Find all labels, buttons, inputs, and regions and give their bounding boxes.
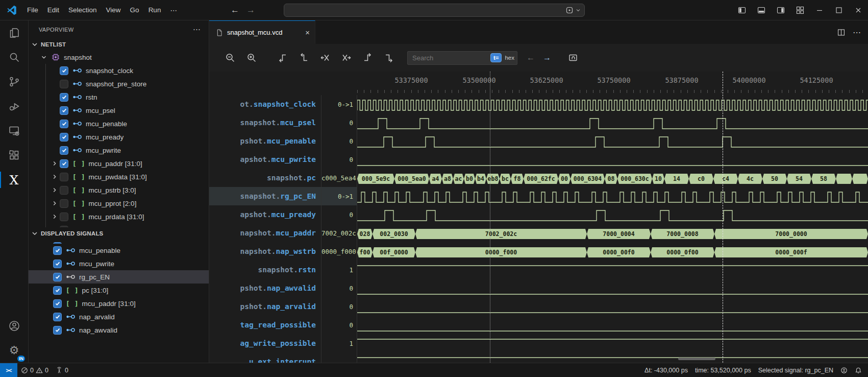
chevron-right-icon[interactable] [51,186,58,194]
displayed-item-nap_awvalid[interactable]: nap_awvalid [29,323,209,337]
checkbox[interactable] [60,173,68,181]
split-editor-icon[interactable] [837,28,846,37]
displayed-item-mcu_pwrite[interactable]: mcu_pwrite [29,257,209,270]
netlist-item-mcu_psel[interactable]: mcu_psel [46,104,209,117]
close-icon[interactable] [849,0,868,20]
toggle-secondary-sidebar-icon[interactable] [771,0,790,20]
waveform-row-mcu_pwrite[interactable] [357,150,868,169]
menu-file[interactable]: File [22,4,43,17]
waveform-search-input[interactable] [412,54,490,62]
menu-[interactable]: ⋯ [165,4,182,17]
displayed-item-clipped[interactable] [29,240,209,244]
displayed-item-mcu_penable[interactable]: mcu_penable [29,244,209,257]
checkbox[interactable] [53,286,62,295]
checkbox[interactable] [53,242,62,244]
checkbox[interactable] [60,106,68,115]
explorer-icon[interactable] [0,20,28,45]
extensions-icon[interactable] [0,143,28,168]
horizontal-scrollbar-thumb[interactable] [678,358,715,360]
menu-edit[interactable]: Edit [43,4,64,17]
chevron-right-icon[interactable] [51,200,58,207]
signal-name-tag_read_possible[interactable]: tag_read_possible [209,316,321,334]
waveform-row-pc[interactable]: 000_5e9c000_5ea0a4a8acb0b4eb8bcf8000_62f… [357,169,868,187]
back-arrow-icon[interactable]: ← [231,5,239,15]
remote-explorer-icon[interactable] [0,119,28,143]
command-center-side[interactable] [565,6,581,14]
displayed-item-mcu_paddr[interactable]: [ ]mcu_paddr [31:0] [29,297,209,310]
signal-name-mcu_pready[interactable]: apshot.mcu_pready [209,205,321,224]
chevron-right-icon[interactable] [51,160,58,167]
waveform-search-box[interactable]: t= hex [407,51,517,65]
forward-arrow-icon[interactable]: → [246,5,255,15]
waveform-row-nap_awvalid[interactable] [357,279,868,297]
checkbox[interactable] [60,80,68,88]
ports-status[interactable]: 0 [52,363,72,377]
waveform-row-snapshot_clock[interactable] [357,95,868,113]
hex-format-button[interactable]: hex [505,55,514,61]
sidebar-more-icon[interactable]: ⋯ [193,25,201,34]
menu-selection[interactable]: Selection [64,4,102,17]
chevron-down-icon[interactable] [40,54,47,61]
signal-name-nap_wstrb[interactable]: napshot.nap_wstrb [209,242,321,261]
selected-signal-status[interactable]: Selected signal: rg_pc_EN [755,367,837,374]
timeline-ruler[interactable]: 5337500053500000536250005375000053875000… [209,72,868,95]
editor-more-icon[interactable]: ⋯ [853,28,861,37]
waveform-row-rstn[interactable] [357,261,868,279]
customize-layout-icon[interactable] [790,0,810,20]
signal-name-snapshot_clock[interactable]: ot.snapshot_clock [209,95,321,113]
netlist-section-header[interactable]: NETLIST [29,38,209,51]
netlist-item-mcu_prdata[interactable]: [ ]mcu_prdata [31:0] [46,210,209,223]
run-debug-icon[interactable] [0,94,28,119]
signal-name-pc[interactable]: snapshot.pc [209,169,321,187]
capture-view-icon[interactable] [564,50,582,65]
minimize-icon[interactable] [810,0,829,20]
toggle-panel-icon[interactable] [752,0,771,20]
delta-time-status[interactable]: Δt: -430,000 ps [641,367,691,374]
checkbox[interactable] [53,246,62,255]
displayed-item-rg_pc_EN[interactable]: rg_pc_EN [29,270,209,284]
netlist-item-mcu_paddr[interactable]: [ ]mcu_paddr [31:0] [46,157,209,170]
find-next-icon[interactable]: → [543,53,551,62]
chevron-right-icon[interactable] [51,173,58,180]
signal-name-nap_awvalid[interactable]: pshot.nap_awvalid [209,279,321,297]
netlist-item-rstn[interactable]: rstn [46,90,209,104]
menu-go[interactable]: Go [126,4,144,17]
command-center-search[interactable] [284,4,585,17]
settings-gear-icon[interactable]: ⚙IN [0,338,28,363]
waveform-row-nap_wstrb[interactable]: f0000f_00000000_f0000000_00f00000_0f0000… [357,242,868,261]
tab-snapshot-mcu-vcd[interactable]: snapshot_mcu.vcd × [209,20,315,44]
waveform-canvas[interactable]: 000_5e9c000_5ea0a4a8acb0b4eb8bcf8000_62f… [357,95,868,363]
prev-transition-icon[interactable] [316,50,334,65]
waveform-row-rg_pc_EN[interactable] [357,187,868,205]
signal-name-mcu_paddr[interactable]: napshot.mcu_paddr [209,224,321,242]
prev-posedge-icon[interactable] [295,50,312,65]
waveform-row-tag_read_possible[interactable] [357,316,868,334]
signal-name-mcu_pwrite[interactable]: apshot.mcu_pwrite [209,150,321,169]
netlist-item-mcu_pprot[interactable]: [ ]mcu_pprot [2:0] [46,197,209,210]
next-posedge-icon[interactable] [359,50,377,65]
signal-name-ag_write_possible[interactable]: ag_write_possible [209,334,321,352]
search-icon[interactable] [0,45,28,69]
checkbox[interactable] [60,186,68,195]
checkbox[interactable] [60,159,68,168]
checkbox[interactable] [53,273,62,281]
waveform-row-ag_write_possible[interactable] [357,334,868,352]
netlist-item-snapshot_pre_store[interactable]: snapshot_pre_store [46,77,209,90]
zoom-in-icon[interactable] [243,50,260,65]
find-prev-icon[interactable]: ← [527,53,535,62]
displayed-item-nap_arvalid[interactable]: nap_arvalid [29,310,209,323]
waveform-row-mcu_psel[interactable] [357,113,868,132]
netlist-item-mcu_pstrb[interactable]: [ ]mcu_pstrb [3:0] [46,183,209,197]
displayed-item-pc[interactable]: [ ]pc [31:0] [29,284,209,297]
maximize-icon[interactable] [829,0,849,20]
remote-indicator-icon[interactable]: >< [0,363,17,377]
source-control-icon[interactable] [0,69,28,94]
zoom-out-icon[interactable] [221,50,239,65]
waveform-row-nap_arvalid[interactable] [357,297,868,316]
time-equals-button[interactable]: t= [490,53,502,62]
netlist-item-snapshot_clock[interactable]: snapshot_clock [46,64,209,77]
checkbox[interactable] [60,133,68,142]
netlist-item-mcu_penable[interactable]: mcu_penable [46,117,209,130]
netlist-item-mcu_pready[interactable]: mcu_pready [46,130,209,144]
netlist-item-mcu_pwrite[interactable]: mcu_pwrite [46,144,209,157]
